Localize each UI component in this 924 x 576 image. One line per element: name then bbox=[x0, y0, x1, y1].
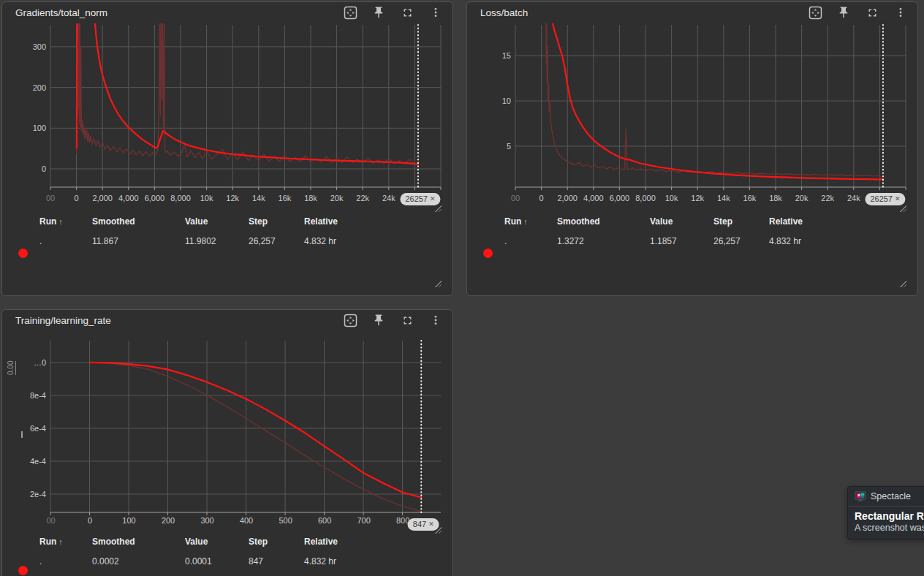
column-header-value[interactable]: Value bbox=[185, 216, 249, 227]
svg-text:2,000: 2,000 bbox=[557, 194, 578, 202]
svg-text:5: 5 bbox=[507, 142, 511, 151]
svg-text:…0: …0 bbox=[34, 358, 46, 367]
svg-text:4,000: 4,000 bbox=[118, 194, 139, 202]
svg-text:16k: 16k bbox=[743, 194, 757, 202]
loss-batch-plot[interactable]: 0002,0004,0006,0008,00010k12k14k16k18k20… bbox=[467, 2, 918, 296]
column-header-relative[interactable]: Relative bbox=[769, 216, 917, 227]
badge-close-icon[interactable]: ✕ bbox=[895, 193, 901, 205]
svg-text:22k: 22k bbox=[821, 194, 834, 202]
column-header-value[interactable]: Value bbox=[650, 216, 713, 227]
pin-icon[interactable] bbox=[371, 4, 387, 20]
chart-title: Training/learning_rate bbox=[15, 315, 111, 326]
step-badge[interactable]: 26257 ✕ bbox=[400, 193, 440, 205]
svg-text:600: 600 bbox=[318, 516, 331, 525]
step-badge[interactable]: 26257 ✕ bbox=[865, 193, 905, 205]
chart-card-training-learning-rate: Training/learning_rate bbox=[1, 309, 453, 576]
chart-card-actions bbox=[807, 4, 909, 20]
svg-text:10k: 10k bbox=[665, 194, 678, 202]
step-cell: 847 bbox=[249, 556, 304, 566]
fullscreen-icon[interactable] bbox=[399, 312, 415, 328]
chart-card-header: Loss/batch bbox=[467, 2, 917, 23]
svg-text:15: 15 bbox=[502, 51, 511, 60]
notification-popup[interactable]: Spectacle Rectangular R A screenshot was bbox=[847, 486, 924, 539]
column-header-step[interactable]: Step bbox=[249, 537, 304, 547]
fullscreen-icon[interactable] bbox=[864, 4, 880, 20]
pin-icon[interactable] bbox=[371, 312, 387, 328]
pin-icon[interactable] bbox=[836, 4, 852, 20]
svg-text:8,000: 8,000 bbox=[635, 194, 656, 202]
relative-cell: 4.832 hr bbox=[304, 236, 452, 246]
column-header-run[interactable]: Run↑ bbox=[39, 537, 92, 547]
svg-text:100: 100 bbox=[122, 516, 135, 525]
run-data-table: Run↑ Smoothed Value Step Relative . 0.00… bbox=[2, 537, 452, 566]
run-name-cell: . bbox=[504, 236, 557, 246]
column-header-relative[interactable]: Relative bbox=[304, 216, 452, 227]
run-color-dot bbox=[483, 249, 493, 258]
smoothed-series-line bbox=[90, 363, 421, 498]
svg-text:200: 200 bbox=[33, 83, 46, 92]
svg-text:0: 0 bbox=[539, 194, 544, 202]
column-header-value[interactable]: Value bbox=[185, 537, 249, 547]
badge-close-icon[interactable]: ✕ bbox=[430, 193, 436, 205]
gridlines bbox=[50, 341, 441, 515]
svg-text:8e-4: 8e-4 bbox=[30, 391, 46, 400]
step-badge-value: 26257 bbox=[405, 193, 428, 205]
svg-text:00: 00 bbox=[46, 194, 55, 202]
svg-text:10: 10 bbox=[502, 96, 511, 105]
fit-to-data-icon[interactable] bbox=[807, 4, 823, 20]
gridlines bbox=[515, 25, 906, 190]
column-header-run[interactable]: Run↑ bbox=[39, 216, 92, 227]
svg-text:10k: 10k bbox=[200, 194, 213, 202]
svg-text:2,000: 2,000 bbox=[92, 194, 113, 202]
step-badge[interactable]: 847 ✕ bbox=[408, 518, 439, 531]
chart-card-actions bbox=[342, 312, 444, 328]
spectacle-app-icon bbox=[855, 490, 866, 502]
fullscreen-icon[interactable] bbox=[399, 4, 415, 20]
more-options-icon[interactable] bbox=[428, 4, 444, 20]
more-options-icon[interactable] bbox=[893, 4, 909, 20]
column-header-smoothed[interactable]: Smoothed bbox=[557, 216, 650, 227]
column-header-smoothed[interactable]: Smoothed bbox=[92, 216, 185, 227]
svg-text:24k: 24k bbox=[847, 194, 860, 202]
value-cell: 1.1857 bbox=[650, 236, 713, 246]
svg-text:18k: 18k bbox=[304, 194, 317, 202]
svg-text:0: 0 bbox=[88, 516, 92, 525]
svg-text:400: 400 bbox=[240, 516, 253, 525]
gridlines bbox=[50, 25, 441, 190]
step-cell: 26,257 bbox=[249, 236, 304, 246]
fit-to-data-icon[interactable] bbox=[342, 4, 358, 20]
column-header-step[interactable]: Step bbox=[713, 216, 769, 227]
badge-close-icon[interactable]: ✕ bbox=[428, 518, 434, 531]
svg-text:22k: 22k bbox=[356, 194, 369, 202]
tensorboard-dashboard: { "sort_arrow": "↑", "close_glyph": "✕",… bbox=[0, 0, 924, 576]
smoothed-value-cell: 11.867 bbox=[92, 236, 185, 246]
chart-card-header: Training/learning_rate bbox=[2, 310, 452, 330]
column-header-run[interactable]: Run↑ bbox=[504, 216, 557, 227]
chart-card-actions bbox=[342, 4, 444, 20]
fit-to-data-icon[interactable] bbox=[342, 312, 358, 328]
svg-text:00: 00 bbox=[511, 194, 520, 202]
run-color-dot bbox=[18, 249, 28, 258]
svg-text:0: 0 bbox=[75, 194, 79, 202]
svg-text:6,000: 6,000 bbox=[145, 194, 165, 202]
run-name-cell: . bbox=[39, 556, 92, 566]
svg-text:16k: 16k bbox=[279, 194, 292, 202]
relative-cell: 4.832 hr bbox=[769, 236, 917, 246]
gradients-total-norm-plot[interactable]: 0002,0004,0006,0008,00010k12k14k16k18k20… bbox=[2, 2, 453, 296]
column-header-smoothed[interactable]: Smoothed bbox=[92, 537, 185, 547]
svg-text:24k: 24k bbox=[382, 194, 395, 202]
svg-text:00: 00 bbox=[46, 516, 55, 525]
svg-text:300: 300 bbox=[200, 516, 213, 525]
smoothed-series-line bbox=[77, 2, 418, 164]
column-header-relative[interactable]: Relative bbox=[304, 537, 452, 547]
step-cell: 26,257 bbox=[713, 236, 769, 246]
smoothed-series-line bbox=[552, 20, 883, 180]
notification-body: A screenshot was bbox=[848, 523, 924, 533]
smoothed-value-cell: 1.3272 bbox=[557, 236, 650, 246]
sort-ascending-icon: ↑ bbox=[58, 217, 63, 226]
svg-text:20k: 20k bbox=[795, 194, 808, 202]
column-header-step[interactable]: Step bbox=[249, 216, 304, 227]
more-options-icon[interactable] bbox=[428, 312, 444, 328]
svg-text:200: 200 bbox=[162, 516, 175, 525]
notification-heading: Rectangular R bbox=[848, 510, 924, 522]
